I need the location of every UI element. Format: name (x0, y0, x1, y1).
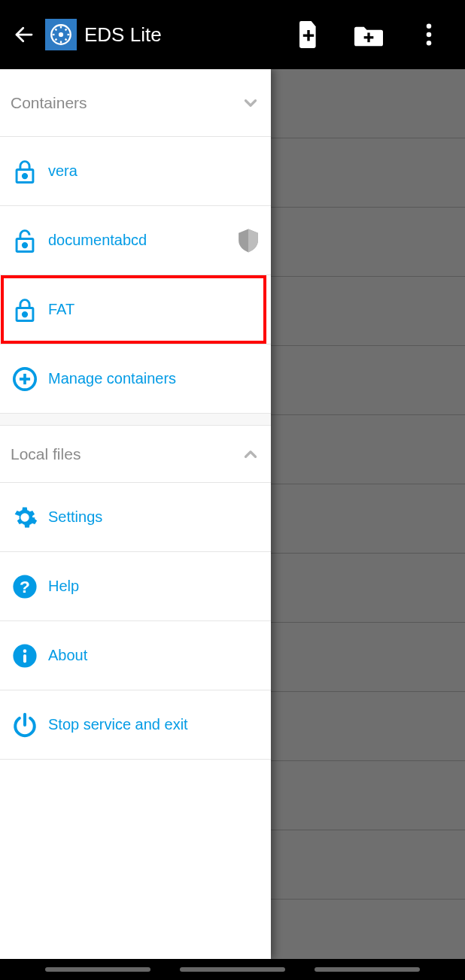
about-item[interactable]: About (0, 621, 271, 690)
svg-point-21 (23, 243, 26, 247)
svg-point-15 (427, 24, 432, 29)
back-button[interactable] (6, 17, 42, 53)
shield-icon (236, 227, 260, 254)
section-title: Local files (11, 445, 81, 463)
svg-line-7 (55, 29, 56, 30)
nav-pill[interactable] (180, 967, 285, 972)
lock-icon (11, 296, 39, 324)
help-icon: ? (11, 572, 39, 601)
section-header-localfiles[interactable]: Local files (0, 426, 271, 483)
app-clock-icon (48, 22, 74, 47)
chevron-down-icon (241, 93, 260, 113)
container-label: vera (48, 162, 78, 180)
section-header-containers[interactable]: Containers (0, 69, 271, 137)
help-item[interactable]: ? Help (0, 552, 271, 621)
container-item-vera[interactable]: vera (0, 137, 271, 206)
new-folder-button[interactable] (346, 12, 391, 57)
highlight-box (1, 275, 266, 344)
settings-item[interactable]: Settings (0, 483, 271, 552)
svg-point-27 (23, 514, 28, 520)
svg-point-23 (23, 312, 26, 316)
svg-line-8 (65, 39, 67, 41)
overflow-menu-button[interactable] (406, 12, 451, 57)
system-nav-bar (0, 959, 465, 980)
container-label: FAT (48, 301, 74, 318)
svg-point-2 (59, 33, 62, 36)
new-folder-icon (354, 23, 383, 47)
navigation-drawer: Containers vera documentabcd (0, 69, 271, 959)
manage-containers-label: Manage containers (48, 370, 176, 387)
help-label: Help (48, 578, 79, 595)
svg-text:?: ? (20, 576, 30, 596)
power-icon (11, 711, 39, 739)
manage-containers-item[interactable]: Manage containers (0, 344, 271, 414)
gear-icon (11, 503, 39, 532)
app-title: EDS Lite (84, 23, 162, 47)
svg-point-16 (427, 32, 432, 38)
section-title: Containers (11, 94, 87, 112)
nav-pill[interactable] (45, 967, 150, 972)
nav-pill[interactable] (315, 967, 420, 972)
stop-service-label: Stop service and exit (48, 716, 188, 733)
container-label: documentabcd (48, 232, 147, 249)
svg-rect-14 (364, 36, 374, 38)
svg-rect-32 (23, 654, 26, 662)
new-file-button[interactable] (286, 12, 331, 57)
svg-line-10 (65, 29, 67, 30)
new-file-icon (296, 21, 321, 48)
container-item-fat[interactable]: FAT (0, 275, 271, 344)
plus-circle-icon (11, 365, 39, 393)
svg-point-19 (23, 174, 26, 177)
action-bar: EDS Lite (0, 0, 465, 69)
unlock-icon (11, 226, 39, 255)
settings-label: Settings (48, 508, 102, 526)
app-icon (45, 19, 77, 50)
svg-point-31 (23, 649, 27, 653)
svg-line-9 (55, 39, 56, 41)
lock-icon (11, 157, 39, 186)
container-item-documentabcd[interactable]: documentabcd (0, 206, 271, 275)
back-arrow-icon (13, 23, 35, 46)
info-icon (11, 642, 39, 670)
stop-service-item[interactable]: Stop service and exit (0, 690, 271, 760)
svg-rect-12 (303, 35, 314, 37)
overflow-icon (426, 23, 432, 46)
svg-point-17 (427, 41, 432, 46)
chevron-up-icon (241, 444, 260, 464)
section-separator (0, 414, 271, 426)
about-label: About (48, 647, 87, 664)
